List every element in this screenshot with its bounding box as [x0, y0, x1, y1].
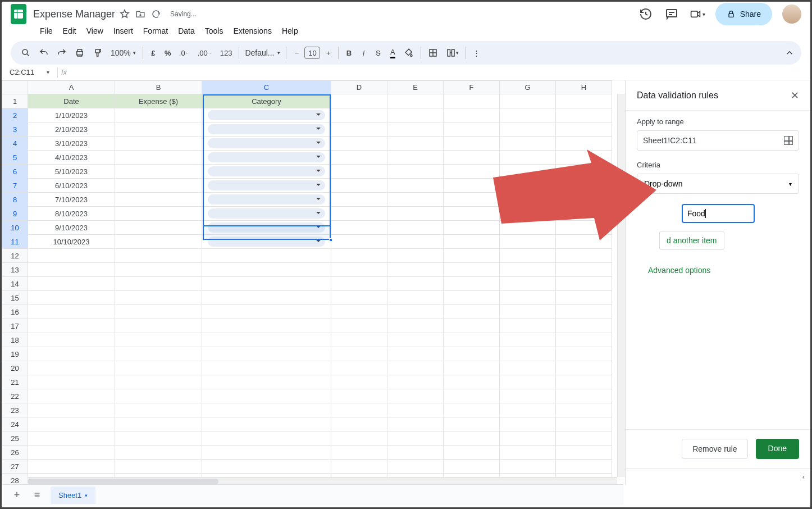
account-avatar[interactable]	[782, 4, 801, 24]
menu-extensions[interactable]: Extensions	[229, 24, 276, 38]
cell[interactable]	[387, 235, 444, 249]
cell[interactable]	[500, 417, 556, 431]
cell[interactable]	[331, 235, 387, 249]
cell[interactable]	[387, 94, 444, 108]
cell[interactable]	[202, 460, 331, 474]
row-header[interactable]: 24	[2, 417, 28, 431]
cell[interactable]	[331, 375, 387, 389]
cell[interactable]	[331, 263, 387, 277]
dropdown-chip[interactable]	[208, 222, 325, 233]
row-header[interactable]: 7	[2, 179, 28, 193]
column-header[interactable]: A	[28, 81, 115, 94]
cell[interactable]	[331, 460, 387, 474]
range-input[interactable]: Sheet1!C2:C11	[637, 130, 799, 151]
cell[interactable]	[387, 389, 444, 403]
cell[interactable]	[331, 193, 387, 207]
cell[interactable]	[500, 347, 556, 361]
cell[interactable]	[387, 291, 444, 305]
cell[interactable]	[115, 221, 202, 235]
menu-file[interactable]: File	[35, 24, 57, 38]
cell[interactable]	[556, 361, 612, 375]
currency-icon[interactable]: £	[147, 46, 160, 61]
cell[interactable]	[444, 221, 500, 235]
cell[interactable]	[115, 431, 202, 446]
cell[interactable]	[500, 108, 556, 122]
cell[interactable]	[331, 221, 387, 235]
increase-decimal-icon[interactable]: .00→	[194, 46, 216, 61]
cell[interactable]	[444, 137, 500, 151]
dropdown-chip[interactable]	[208, 138, 325, 148]
cell[interactable]	[115, 179, 202, 193]
cell[interactable]	[500, 375, 556, 389]
dropdown-chip[interactable]	[208, 152, 325, 162]
cell[interactable]	[444, 108, 500, 122]
cell[interactable]	[331, 207, 387, 221]
cell[interactable]	[387, 122, 444, 137]
cell[interactable]	[115, 193, 202, 207]
cell[interactable]: 10/10/2023	[28, 235, 115, 249]
cell[interactable]	[444, 403, 500, 417]
cell[interactable]	[500, 249, 556, 263]
cell[interactable]	[500, 460, 556, 474]
cell[interactable]	[387, 221, 444, 235]
row-header[interactable]: 14	[2, 277, 28, 291]
spreadsheet-grid[interactable]: ABCDEFGH1DateExpense ($)Category21/10/20…	[2, 80, 625, 485]
more-icon[interactable]: ⋮	[469, 46, 483, 61]
cell[interactable]	[202, 319, 331, 333]
cell[interactable]: 2/10/2023	[28, 122, 115, 137]
cell[interactable]	[500, 446, 556, 460]
menu-tools[interactable]: Tools	[200, 24, 228, 38]
cell[interactable]	[556, 403, 612, 417]
cell[interactable]	[387, 137, 444, 151]
cell[interactable]	[387, 179, 444, 193]
dropdown-chip[interactable]	[208, 208, 325, 219]
cell[interactable]	[28, 431, 115, 446]
row-header[interactable]: 6	[2, 165, 28, 179]
cell[interactable]	[331, 122, 387, 137]
row-header[interactable]: 26	[2, 446, 28, 460]
cell[interactable]	[556, 193, 612, 207]
cell[interactable]	[202, 431, 331, 446]
cell[interactable]	[556, 277, 612, 291]
cell[interactable]	[556, 249, 612, 263]
cell[interactable]	[115, 389, 202, 403]
cell[interactable]	[500, 137, 556, 151]
menu-help[interactable]: Help	[277, 24, 303, 38]
cell[interactable]	[556, 94, 612, 108]
cell[interactable]	[556, 460, 612, 474]
cell[interactable]	[387, 361, 444, 375]
dropdown-chip[interactable]	[208, 180, 325, 190]
cell[interactable]: 7/10/2023	[28, 193, 115, 207]
cell[interactable]: 4/10/2023	[28, 151, 115, 165]
cell[interactable]	[500, 319, 556, 333]
cell[interactable]	[387, 333, 444, 347]
column-header[interactable]: E	[387, 81, 444, 94]
cell[interactable]	[28, 417, 115, 431]
cell[interactable]	[28, 319, 115, 333]
cell[interactable]	[556, 389, 612, 403]
cell[interactable]: 9/10/2023	[28, 221, 115, 235]
cell[interactable]	[202, 122, 331, 137]
cell[interactable]	[556, 122, 612, 137]
row-header[interactable]: 3	[2, 122, 28, 137]
collapse-toolbar-icon[interactable]	[784, 48, 795, 58]
cell[interactable]	[331, 108, 387, 122]
cell[interactable]	[500, 333, 556, 347]
menu-edit[interactable]: Edit	[58, 24, 81, 38]
text-color-icon[interactable]: A	[386, 44, 399, 62]
select-range-icon[interactable]	[784, 136, 793, 145]
cell[interactable]	[444, 417, 500, 431]
cell[interactable]	[115, 319, 202, 333]
cell[interactable]	[331, 249, 387, 263]
dropdown-chip[interactable]	[208, 166, 325, 176]
criteria-select[interactable]: Drop-down ▾	[637, 174, 799, 194]
cell[interactable]	[28, 277, 115, 291]
cell[interactable]	[28, 389, 115, 403]
menu-view[interactable]: View	[82, 24, 108, 38]
cell[interactable]	[115, 403, 202, 417]
cell[interactable]	[331, 94, 387, 108]
column-header[interactable]: D	[331, 81, 387, 94]
name-box[interactable]: C2:C11	[7, 68, 47, 76]
cell[interactable]	[28, 291, 115, 305]
cell[interactable]	[115, 375, 202, 389]
